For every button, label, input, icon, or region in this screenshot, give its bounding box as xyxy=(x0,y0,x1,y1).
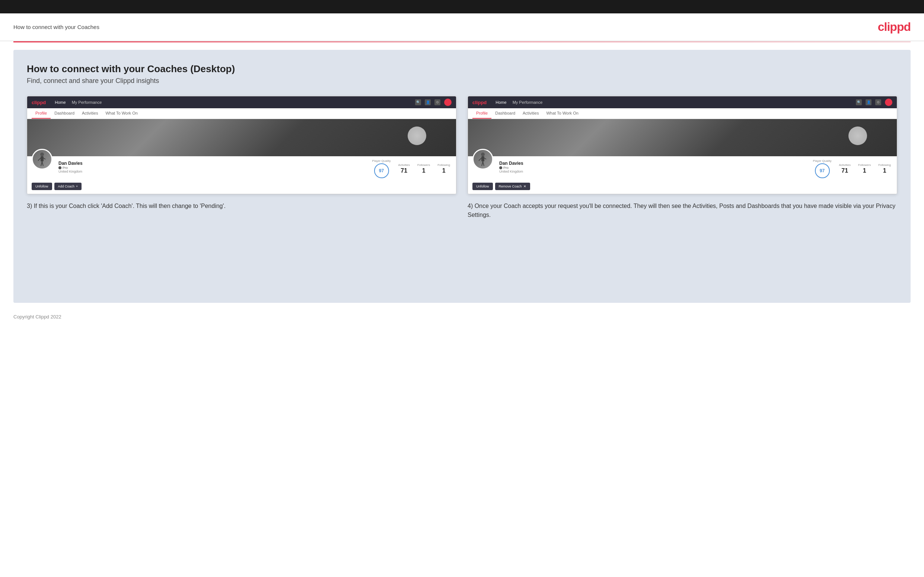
mock-browser-1: clippd Home My Performance 🔍 👤 ⚙ Profile… xyxy=(27,96,456,194)
top-bar xyxy=(0,0,924,13)
mock-avatar-2 xyxy=(472,149,493,170)
step4-description: 4) Once your Coach accepts your request … xyxy=(468,201,897,219)
tab-what-to-work-on-1[interactable]: What To Work On xyxy=(102,108,141,119)
unfollow-button-2[interactable]: Unfollow xyxy=(472,183,493,190)
stat-player-quality-2: Player Quality 97 xyxy=(813,159,832,178)
main-content: How to connect with your Coaches (Deskto… xyxy=(13,50,911,303)
screenshot-col-right: clippd Home My Performance 🔍 👤 ⚙ Profile… xyxy=(468,96,897,219)
mock-player-location-1: United Kingdom xyxy=(58,170,82,173)
header-divider xyxy=(13,41,911,42)
mock-tabs-1: Profile Dashboard Activities What To Wor… xyxy=(27,108,456,119)
nav-avatar-1[interactable] xyxy=(444,98,452,106)
stat-followers-label-2: Followers xyxy=(858,163,871,167)
stat-activities-label-1: Activities xyxy=(398,163,410,167)
mock-player-info-2: Dan Davies Pro United Kingdom xyxy=(499,159,523,173)
stat-following-2: Following 1 xyxy=(878,163,891,174)
main-subtitle: Find, connect and share your Clippd insi… xyxy=(27,77,897,85)
step3-description: 3) If this is your Coach click 'Add Coac… xyxy=(27,201,456,211)
mock-stats-2: Player Quality 97 Activities 71 Follower… xyxy=(813,159,891,178)
svg-line-3 xyxy=(42,161,43,166)
mock-nav-logo-2: clippd xyxy=(472,100,486,105)
add-coach-button-1[interactable]: Add Coach + xyxy=(54,183,82,190)
svg-line-11 xyxy=(485,158,486,159)
stat-activities-value-1: 71 xyxy=(401,168,407,174)
screenshot-col-left: clippd Home My Performance 🔍 👤 ⚙ Profile… xyxy=(27,96,456,219)
stat-quality-label-2: Player Quality xyxy=(813,159,832,163)
plus-icon-1: + xyxy=(76,185,78,188)
stat-player-quality-1: Player Quality 97 xyxy=(372,159,391,178)
tab-what-to-work-on-2[interactable]: What To Work On xyxy=(543,108,582,119)
tab-profile-1[interactable]: Profile xyxy=(32,108,51,119)
svg-point-6 xyxy=(481,153,485,156)
mock-player-name-1: Dan Davies xyxy=(58,161,82,166)
mock-banner-2 xyxy=(468,119,897,156)
svg-line-9 xyxy=(483,161,484,166)
mock-nav-home-1[interactable]: Home xyxy=(55,100,66,105)
close-icon-2: ✕ xyxy=(523,185,527,188)
stat-following-value-2: 1 xyxy=(883,168,887,174)
mock-buttons-2: Unfollow Remove Coach ✕ xyxy=(468,183,897,194)
mock-player-location-2: United Kingdom xyxy=(499,170,523,173)
svg-rect-7 xyxy=(481,156,485,161)
user-icon-2[interactable]: 👤 xyxy=(866,99,872,105)
unfollow-button-1[interactable]: Unfollow xyxy=(32,183,52,190)
stat-activities-value-2: 71 xyxy=(842,168,848,174)
mock-nav-logo-1: clippd xyxy=(32,100,46,105)
player-role-label-2: Pro xyxy=(503,166,509,170)
tab-activities-1[interactable]: Activities xyxy=(78,108,102,119)
stat-following-label-1: Following xyxy=(438,163,450,167)
stat-activities-2: Activities 71 xyxy=(839,163,851,174)
stat-following-1: Following 1 xyxy=(438,163,450,174)
settings-icon-2[interactable]: ⚙ xyxy=(875,99,881,105)
copyright-text: Copyright Clippd 2022 xyxy=(13,314,61,319)
tab-dashboard-1[interactable]: Dashboard xyxy=(51,108,78,119)
golfer-icon-2 xyxy=(477,152,488,167)
tab-activities-2[interactable]: Activities xyxy=(519,108,543,119)
stat-following-label-2: Following xyxy=(878,163,891,167)
mock-nav-icons-1: 🔍 👤 ⚙ xyxy=(415,98,452,106)
mock-stats-1: Player Quality 97 Activities 71 Follower… xyxy=(372,159,450,178)
mock-nav-1: clippd Home My Performance 🔍 👤 ⚙ xyxy=(27,96,456,108)
main-title: How to connect with your Coaches (Deskto… xyxy=(27,63,897,75)
mock-nav-performance-2[interactable]: My Performance xyxy=(513,100,543,105)
stat-quality-label-1: Player Quality xyxy=(372,159,391,163)
mock-nav-icons-2: 🔍 👤 ⚙ xyxy=(856,98,892,106)
screenshots-row: clippd Home My Performance 🔍 👤 ⚙ Profile… xyxy=(27,96,897,219)
nav-avatar-2[interactable] xyxy=(885,98,892,106)
search-icon-1[interactable]: 🔍 xyxy=(415,99,421,105)
mock-profile-area-1: Dan Davies Pro United Kingdom Player Qua… xyxy=(27,156,456,183)
svg-line-4 xyxy=(38,158,40,161)
mock-browser-2: clippd Home My Performance 🔍 👤 ⚙ Profile… xyxy=(468,96,897,194)
page-header: How to connect with your Coaches clippd xyxy=(0,13,924,41)
svg-line-10 xyxy=(479,158,481,161)
mock-player-role-1: Pro xyxy=(58,166,82,170)
role-dot-1 xyxy=(58,166,61,169)
mock-avatar-wrap-2 xyxy=(472,149,493,170)
mock-nav-performance-1[interactable]: My Performance xyxy=(72,100,102,105)
mock-banner-1 xyxy=(27,119,456,156)
stat-activities-label-2: Activities xyxy=(839,163,851,167)
mock-player-name-2: Dan Davies xyxy=(499,161,523,166)
svg-rect-1 xyxy=(40,156,44,161)
stat-followers-value-1: 1 xyxy=(422,168,425,174)
mock-player-role-2: Pro xyxy=(499,166,523,170)
search-icon-2[interactable]: 🔍 xyxy=(856,99,862,105)
mock-buttons-1: Unfollow Add Coach + xyxy=(27,183,456,194)
remove-coach-button-2[interactable]: Remove Coach ✕ xyxy=(495,183,530,190)
svg-line-5 xyxy=(44,158,45,159)
mock-tabs-2: Profile Dashboard Activities What To Wor… xyxy=(468,108,897,119)
mock-avatar-wrap-1 xyxy=(32,149,52,170)
user-icon-1[interactable]: 👤 xyxy=(425,99,431,105)
mock-player-info-1: Dan Davies Pro United Kingdom xyxy=(58,159,82,173)
page-footer: Copyright Clippd 2022 xyxy=(0,310,924,327)
settings-icon-1[interactable]: ⚙ xyxy=(435,99,440,105)
tab-profile-2[interactable]: Profile xyxy=(472,108,491,119)
stat-followers-2: Followers 1 xyxy=(858,163,871,174)
mock-avatar-1 xyxy=(32,149,52,170)
svg-point-0 xyxy=(40,153,44,156)
stat-followers-1: Followers 1 xyxy=(417,163,430,174)
player-role-label-1: Pro xyxy=(63,166,68,170)
stat-followers-label-1: Followers xyxy=(417,163,430,167)
tab-dashboard-2[interactable]: Dashboard xyxy=(491,108,519,119)
mock-nav-home-2[interactable]: Home xyxy=(496,100,506,105)
